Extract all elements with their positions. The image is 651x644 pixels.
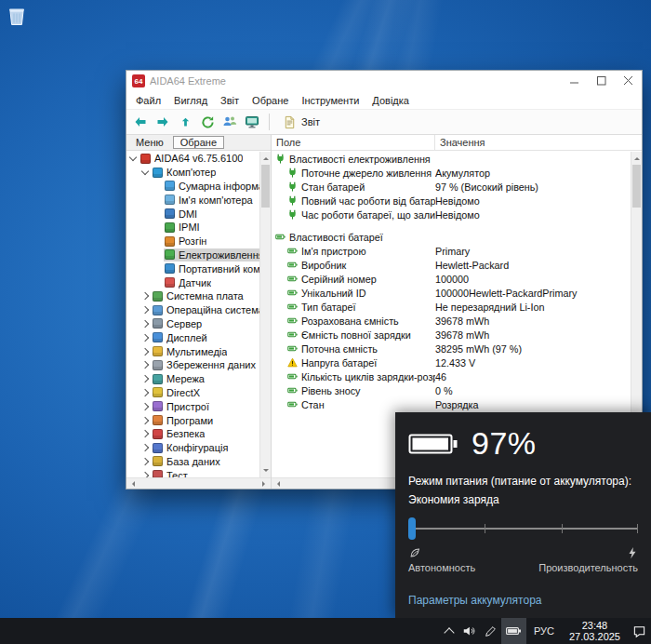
table-row[interactable]: Напруга батареї12.433 V [272,356,631,369]
tree-item-label: Тест [166,470,188,477]
table-row[interactable]: СтанРозрядка [272,397,631,411]
menu-item-5[interactable]: Довідка [365,95,416,106]
table-row[interactable]: Поточне джерело живленняАкумулятор [272,166,631,180]
tree-item[interactable]: Портативний комп'ютер [126,262,259,275]
chevron-right-icon[interactable] [141,361,149,369]
table-group-header[interactable]: Властивості батареї [272,230,631,244]
tree-item[interactable]: Сумарна інформація [126,180,259,194]
tree-item[interactable]: Тест [126,468,259,477]
action-center-button[interactable] [628,618,651,644]
left-horizontal-scrollbar[interactable] [126,477,271,489]
table-row[interactable]: Унікальний ID100000Hewlett-PackardPrimar… [272,286,631,300]
column-header-value[interactable]: Значення [435,137,642,148]
table-row[interactable]: Серійний номер100000 [272,272,631,286]
chevron-right-icon[interactable] [141,320,149,328]
tree-item[interactable]: DMI [126,207,259,221]
menu-item-4[interactable]: Інструменти [295,95,365,106]
tree-item[interactable]: Мультимедіа [126,344,259,358]
table-row[interactable]: Тип батареїНе перезарядний Li-Ion [272,300,631,314]
tree-item[interactable]: AIDA64 v6.75.6100 [126,152,259,166]
hidden-icons-button[interactable] [441,618,458,644]
tree-item[interactable]: Дисплей [126,330,259,344]
maximize-button[interactable] [588,71,615,91]
table-row[interactable]: Повний час роботи від батареїНевідомо [272,194,631,208]
tree-item[interactable]: Електроживлення [126,248,259,262]
recycle-bin-icon[interactable] [7,6,26,26]
chevron-right-icon[interactable] [141,389,149,396]
pen-button[interactable] [480,618,501,644]
tree-item[interactable]: Комп'ютер [126,166,259,180]
tree-item[interactable]: Конфігурація [126,441,259,455]
scroll-right-arrow-icon[interactable] [259,478,271,490]
tree-item[interactable]: Програми [126,413,259,427]
back-button[interactable] [130,112,151,132]
tree-item[interactable]: Датчик [126,275,259,289]
tree-item[interactable]: Безпека [126,427,259,441]
battery-tray-button[interactable] [501,618,526,644]
table-row[interactable]: Стан батарей97 % (Високий рівень) [272,180,631,194]
menu-item-1[interactable]: Вигляд [167,95,214,106]
forward-button[interactable] [153,112,173,132]
refresh-button[interactable] [197,112,218,132]
minimize-button[interactable] [561,71,588,91]
slider-track[interactable] [408,528,638,530]
chevron-right-icon[interactable] [141,430,149,437]
table-row[interactable]: Час роботи батареї, що залишивсяНевідомо [272,208,631,221]
scrollbar-thumb[interactable] [632,165,641,208]
table-row[interactable]: Розрахована ємність39678 mWh [272,314,631,328]
battery-settings-link[interactable]: Параметры аккумулятора [408,594,638,607]
chevron-down-icon[interactable] [141,168,149,175]
column-header-field[interactable]: Поле [272,135,435,150]
volume-button[interactable] [458,618,480,644]
chevron-right-icon[interactable] [141,416,149,423]
chevron-right-icon[interactable] [141,334,149,342]
scroll-left-arrow-icon[interactable] [126,478,138,490]
menu-item-2[interactable]: Звіт [214,95,246,106]
tree-item[interactable]: Пристрої [126,399,259,413]
field-value: 100000 [435,274,631,285]
tab-favorites[interactable]: Обране [173,136,224,149]
chevron-right-icon[interactable] [141,375,149,382]
tree-item[interactable]: База даних [126,455,259,469]
table-row[interactable]: Рівень зносу0 % [272,383,631,397]
tree-item[interactable]: IPMI [126,221,259,235]
table-row[interactable]: ВиробникHewlett-Packard [272,258,631,272]
tree-item[interactable]: Операційна система [126,303,259,317]
chevron-right-icon[interactable] [141,444,149,451]
chevron-right-icon[interactable] [141,347,149,355]
left-vertical-scrollbar[interactable] [259,152,271,477]
table-group-header[interactable]: Властивості електроживлення [272,152,631,166]
menu-item-3[interactable]: Обране [246,95,295,106]
table-row[interactable]: Ім'я пристроюPrimary [272,244,631,258]
power-slider[interactable] [408,517,638,540]
slider-handle[interactable] [408,517,416,540]
menu-item-0[interactable]: Файл [129,95,167,106]
language-indicator[interactable]: РУС [526,618,562,644]
tree-item[interactable]: DirectX [126,386,259,400]
clock[interactable]: 23:48 27.03.2025 [562,618,628,644]
tree-item[interactable]: Системна плата [126,289,259,303]
chevron-down-icon[interactable] [129,154,137,161]
chevron-right-icon[interactable] [141,458,149,465]
chevron-right-icon[interactable] [141,402,149,409]
tree-item[interactable]: Ім'я комп'ютера [126,193,259,207]
tree-item[interactable]: Сервер [126,317,259,331]
table-row[interactable]: Поточна ємність38295 mWh (97 %) [272,342,631,356]
users-button[interactable] [219,112,240,132]
title-bar[interactable]: 64 AIDA64 Extreme [126,71,642,91]
monitor-button[interactable] [242,112,262,132]
chevron-right-icon[interactable] [141,306,149,314]
table-row[interactable]: Кількість циклів зарядки-розрядки46 [272,369,631,383]
scrollbar-thumb[interactable] [261,165,270,208]
close-button[interactable] [615,71,642,91]
tree-item[interactable]: Мережа [126,372,259,386]
table-row[interactable]: Ємність повної зарядки39678 mWh [272,328,631,342]
up-button[interactable] [175,112,195,132]
tree-item[interactable]: Розгін [126,235,259,248]
report-button[interactable]: Звіт [276,114,326,131]
battery-icon [287,274,298,284]
tree-item[interactable]: Збереження даних [126,358,259,372]
chevron-right-icon[interactable] [141,292,149,300]
scroll-left-arrow-icon[interactable] [272,478,283,490]
tab-menu[interactable]: Меню [128,136,171,149]
